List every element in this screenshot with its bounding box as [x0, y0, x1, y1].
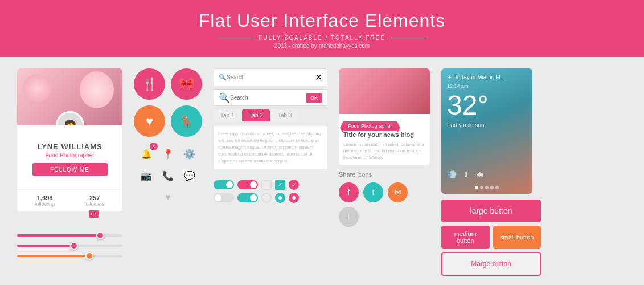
tab-1[interactable]: Tab 1 — [214, 109, 241, 121]
fork-knife-icon[interactable]: 🍴 — [134, 68, 165, 100]
chat-icon[interactable]: 💬 — [181, 167, 198, 184]
ok-button[interactable]: OK — [306, 93, 322, 103]
small-icons-row: 🔔 3 📍 ⚙️ 📷 📞 💬 ♥ — [134, 145, 202, 206]
weather-dot-1[interactable] — [475, 186, 478, 189]
toggle-1[interactable] — [214, 180, 234, 189]
slider-thumb-2[interactable] — [70, 242, 78, 250]
follow-button[interactable]: FOLLOW ME — [32, 163, 108, 176]
weather-dot-5[interactable] — [495, 186, 499, 189]
heart-small-icon[interactable]: ♥ — [159, 189, 177, 206]
news-title: Title for your news blog — [343, 131, 425, 139]
slider-1: 87 — [17, 223, 122, 237]
share-section: Share icons f t ✉ + — [339, 171, 430, 227]
radio-outline[interactable] — [261, 193, 272, 203]
divider-right — [391, 38, 425, 38]
weather-desc: Partly mild sun — [447, 122, 527, 128]
search-input-2[interactable] — [230, 95, 306, 101]
divider-left — [219, 38, 253, 38]
toggle-dot-2 — [250, 181, 257, 188]
following-count: 1,698 — [35, 194, 55, 201]
share-facebook-icon[interactable]: f — [339, 182, 359, 202]
radio-dot — [278, 196, 282, 199]
radio-row — [261, 193, 299, 203]
buttons-section: large button medium button small button … — [441, 199, 541, 279]
stat-following: 1,698 following — [35, 194, 55, 207]
camera-icon[interactable]: 📷 — [138, 167, 155, 184]
crafted-text: 2013 - crafted by mariedehavyes.com — [0, 43, 644, 49]
phone-icon[interactable]: 📞 — [159, 167, 177, 184]
followers-label: followers — [84, 201, 105, 207]
toggle-dot-4 — [250, 194, 257, 201]
tab-2[interactable]: Tab 2 — [242, 109, 269, 121]
notification-icon[interactable]: 🔔 3 — [138, 145, 155, 162]
tabs-nav: Tab 1 Tab 2 Tab 3 — [214, 109, 327, 121]
radio-dot-2 — [292, 196, 296, 199]
weather-dot-3[interactable] — [485, 186, 489, 189]
location-icon[interactable]: 📍 — [159, 145, 177, 162]
weather-widget: ✈ Today in Miami, FL 12:14 am 32° Partly… — [441, 68, 532, 194]
icon-row-2: ♥ 🦌 — [134, 105, 202, 137]
toggle-3[interactable] — [214, 193, 234, 202]
share-twitter-icon[interactable]: t — [363, 182, 383, 202]
slider-track-3[interactable] — [17, 255, 122, 257]
weather-dot-2[interactable] — [480, 186, 483, 189]
tab-content: Lorem ipsum dolor sit amet, consectetur … — [214, 126, 327, 169]
share-rss-icon[interactable]: ✉ — [388, 182, 408, 202]
heart-icon[interactable]: ♥ — [134, 105, 165, 137]
slider-2 — [17, 245, 122, 247]
sliders-section: 87 — [17, 223, 122, 264]
rain-icon: 🌧 — [476, 170, 484, 179]
weather-bottom: 💨 🌡 🌧 — [447, 170, 527, 182]
slider-track-1[interactable] — [17, 234, 122, 237]
toggle-4[interactable] — [237, 193, 258, 202]
checkbox-row-1: ✓ ✓ — [261, 180, 299, 190]
column-2: 🍴 🎀 ♥ 🦌 🔔 3 📍 ⚙️ 📷 📞 💬 ♥ — [134, 68, 202, 206]
column-3: 🔍 ✕ 🔍 OK Tab 1 Tab 2 Tab 3 Lorem ipsum d… — [214, 68, 327, 206]
radio-pink[interactable] — [289, 193, 299, 203]
small-button[interactable]: small button — [493, 226, 542, 249]
search-clear-icon[interactable]: ✕ — [315, 72, 322, 83]
slider-thumb-3[interactable] — [85, 252, 93, 260]
avatar: 🧑 — [56, 111, 84, 125]
stat-followers: 257 followers — [84, 194, 105, 207]
search-bar-1: 🔍 ✕ — [214, 68, 327, 86]
merge-button[interactable]: Marge button — [441, 252, 541, 276]
page-title: Flat User Interface Elements — [0, 10, 644, 31]
toggle-2[interactable] — [237, 180, 258, 189]
weather-temp: 32° — [447, 92, 527, 119]
weather-dot-4[interactable] — [490, 186, 494, 189]
weather-icons-row: 💨 🌡 🌧 — [447, 170, 527, 179]
weather-header: ✈ Today in Miami, FL — [447, 74, 527, 80]
icon-row-1: 🍴 🎀 — [134, 68, 202, 100]
settings-icon[interactable]: ⚙️ — [181, 145, 198, 162]
checkbox-square-outline[interactable] — [261, 180, 272, 190]
button-row: medium button small button — [441, 226, 541, 249]
radio-teal[interactable] — [275, 193, 285, 203]
large-button[interactable]: large button — [441, 199, 541, 222]
main-content: 🧑 LYNE WILLIAMS Food Photographer FOLLOW… — [0, 57, 644, 285]
slider-3 — [17, 255, 122, 257]
slider-fill-1 — [17, 234, 96, 237]
checkbox-pink[interactable]: ✓ — [289, 180, 299, 190]
column-4: Food Photographer Title for your news bl… — [339, 68, 430, 227]
news-tag: Food Photographer — [343, 121, 397, 131]
slider-thumb-1[interactable] — [96, 231, 104, 239]
profile-role: Food Photographer — [23, 152, 117, 158]
news-image — [339, 68, 430, 114]
slider-badge-1: 87 — [89, 210, 99, 218]
toggle-dot-1 — [226, 181, 233, 188]
deer-icon[interactable]: 🦌 — [171, 105, 202, 137]
tab-3[interactable]: Tab 3 — [271, 109, 298, 121]
weather-dots — [475, 186, 499, 189]
toggle-dot-3 — [215, 194, 221, 201]
share-other-icon[interactable]: + — [339, 207, 359, 227]
ribbon-icon[interactable]: 🎀 — [171, 68, 202, 100]
search-input-1[interactable] — [227, 74, 315, 80]
medium-button[interactable]: medium button — [441, 226, 490, 249]
toggle-row-1: ✓ ✓ — [214, 180, 327, 190]
slider-track-2[interactable] — [17, 245, 122, 247]
followers-count: 257 — [84, 194, 105, 201]
checkbox-teal[interactable]: ✓ — [275, 180, 285, 190]
profile-card: 🧑 LYNE WILLIAMS Food Photographer FOLLOW… — [17, 68, 122, 211]
share-title: Share icons — [339, 171, 430, 178]
